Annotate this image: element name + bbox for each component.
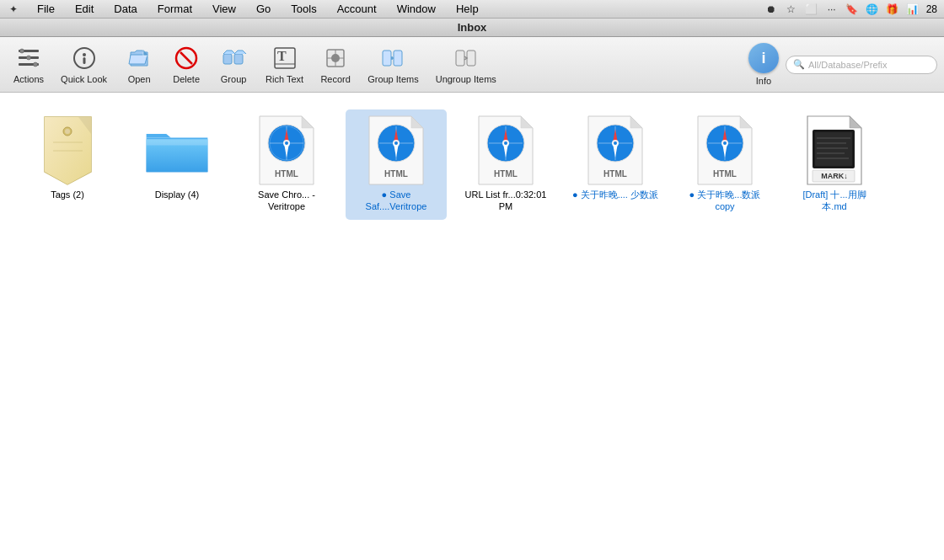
gift-icon[interactable]: 🎁 [886, 3, 899, 16]
ungroup-items-label: Ungroup Items [436, 74, 496, 84]
menu-help[interactable]: Help [453, 2, 482, 16]
box-icon[interactable]: ⬜ [805, 3, 818, 16]
svg-point-25 [65, 129, 70, 134]
menu-view[interactable]: View [209, 2, 239, 16]
svg-rect-20 [383, 51, 391, 66]
tag-icon [34, 116, 101, 184]
file-label-savechro: Save Chro... - Veritrope [243, 189, 330, 213]
title-bar: Inbox [0, 19, 944, 37]
menu-window[interactable]: Window [394, 2, 439, 16]
group-label: Group [221, 74, 247, 84]
svg-rect-11 [223, 54, 232, 64]
file-label-tags: Tags (2) [51, 189, 84, 200]
rich-text-button[interactable]: T Rich Text [259, 41, 310, 88]
svg-point-1 [20, 49, 24, 53]
group-items-icon [379, 45, 406, 72]
file-label-guanyu2: ● 关于昨晚...数派 copy [681, 189, 769, 213]
rich-text-label: Rich Text [266, 74, 303, 84]
svg-rect-12 [234, 54, 243, 64]
delete-label: Delete [173, 74, 200, 84]
toolbar: Actions Quick Look Open [0, 37, 944, 93]
svg-text:HTML: HTML [275, 169, 298, 179]
open-button[interactable]: Open [117, 41, 161, 88]
search-placeholder: All/Database/Prefix [808, 60, 888, 70]
svg-point-5 [34, 62, 38, 67]
svg-point-59 [614, 141, 617, 145]
quick-look-icon [71, 45, 98, 72]
ungroup-items-icon [453, 45, 480, 72]
star-icon[interactable]: ☆ [785, 3, 798, 16]
file-label-draftmd: [Draft] 十...用脚本.md [791, 189, 878, 213]
content-area: Tags (2) [0, 93, 944, 560]
open-icon [126, 45, 153, 72]
file-item-savesaf[interactable]: HTML ● Save Saf....Veritrope [346, 109, 447, 220]
clock: 28 [926, 3, 937, 15]
file-item-guanyu2[interactable]: HTML ● 关于昨晚...数派 copy [674, 109, 775, 220]
search-bar[interactable]: 🔍 All/Database/Prefix [786, 56, 937, 74]
record-label: Record [320, 74, 350, 84]
file-item-savechro[interactable]: HTML Save Chro... - Veritrope [236, 109, 337, 220]
svg-line-10 [180, 52, 192, 64]
group-button[interactable]: Group [212, 41, 255, 88]
record-icon-toolbar [322, 45, 349, 72]
app-icon: ✦ [7, 3, 20, 16]
menu-go[interactable]: Go [253, 2, 274, 16]
ungroup-items-button[interactable]: Ungroup Items [429, 41, 503, 88]
group-items-label: Group Items [367, 74, 419, 84]
svg-text:HTML: HTML [494, 169, 518, 179]
html-file-icon-guanyu1: HTML [582, 116, 649, 184]
svg-point-35 [285, 141, 288, 145]
globe-icon[interactable]: 🌐 [866, 3, 879, 16]
file-item-guanyu1[interactable]: HTML ● 关于昨晚.... 少数派 [565, 109, 666, 220]
svg-point-7 [83, 53, 86, 56]
bookmark-icon[interactable]: 🔖 [845, 3, 859, 16]
file-item-display[interactable]: Display (4) [126, 109, 228, 220]
rich-text-icon: T [271, 45, 298, 72]
svg-rect-23 [467, 51, 475, 66]
svg-text:HTML: HTML [603, 169, 627, 179]
menu-file[interactable]: File [34, 2, 58, 16]
svg-rect-21 [394, 51, 402, 66]
html-file-icon-savechro: HTML [253, 116, 320, 184]
menu-data[interactable]: Data [110, 2, 140, 16]
file-item-urllist[interactable]: HTML URL List fr...0:32:01 PM [455, 109, 556, 220]
file-label-savesaf: ● Save Saf....Veritrope [352, 189, 440, 213]
file-item-draftmd[interactable]: MARK↓ [Draft] 十...用脚本.md [784, 109, 885, 220]
group-items-button[interactable]: Group Items [361, 41, 426, 88]
svg-text:HTML: HTML [384, 169, 408, 179]
svg-point-51 [504, 141, 507, 145]
quick-look-button[interactable]: Quick Look [54, 41, 114, 88]
search-icon: 🔍 [793, 59, 805, 70]
svg-text:T: T [277, 49, 287, 63]
svg-point-67 [723, 141, 727, 145]
file-label-urllist: URL List fr...0:32:01 PM [462, 189, 550, 213]
delete-icon [173, 45, 200, 72]
delete-button[interactable]: Delete [164, 41, 208, 88]
window-title: Inbox [458, 21, 487, 34]
info-button[interactable]: i [748, 43, 779, 73]
menu-bar: ✦ File Edit Data Format View Go Tools Ac… [0, 0, 944, 19]
menu-format[interactable]: Format [154, 2, 196, 16]
menu-bar-right: ⏺ ☆ ⬜ ··· 🔖 🌐 🎁 📊 28 [764, 3, 937, 16]
menu-edit[interactable]: Edit [72, 2, 97, 16]
group-icon [220, 45, 247, 72]
folder-icon [143, 116, 211, 184]
html-file-icon-urllist: HTML [472, 116, 539, 184]
menu-account[interactable]: Account [334, 2, 380, 16]
svg-rect-22 [456, 51, 464, 66]
record-icon[interactable]: ⏺ [764, 3, 778, 16]
actions-label: Actions [13, 74, 44, 84]
bars-icon[interactable]: 📊 [906, 3, 920, 16]
svg-point-43 [394, 141, 398, 145]
actions-icon [15, 45, 42, 72]
open-label: Open [128, 74, 151, 84]
actions-button[interactable]: Actions [7, 41, 51, 88]
dots-icon[interactable]: ··· [825, 3, 839, 16]
menu-tools[interactable]: Tools [287, 2, 319, 16]
html-file-icon-guanyu2: HTML [691, 116, 759, 184]
file-item-tags[interactable]: Tags (2) [17, 109, 118, 220]
toolbar-right: i Info 🔍 All/Database/Prefix [748, 43, 937, 86]
record-button[interactable]: Record [314, 41, 357, 88]
svg-text:MARK↓: MARK↓ [821, 172, 848, 180]
svg-point-3 [27, 56, 31, 60]
